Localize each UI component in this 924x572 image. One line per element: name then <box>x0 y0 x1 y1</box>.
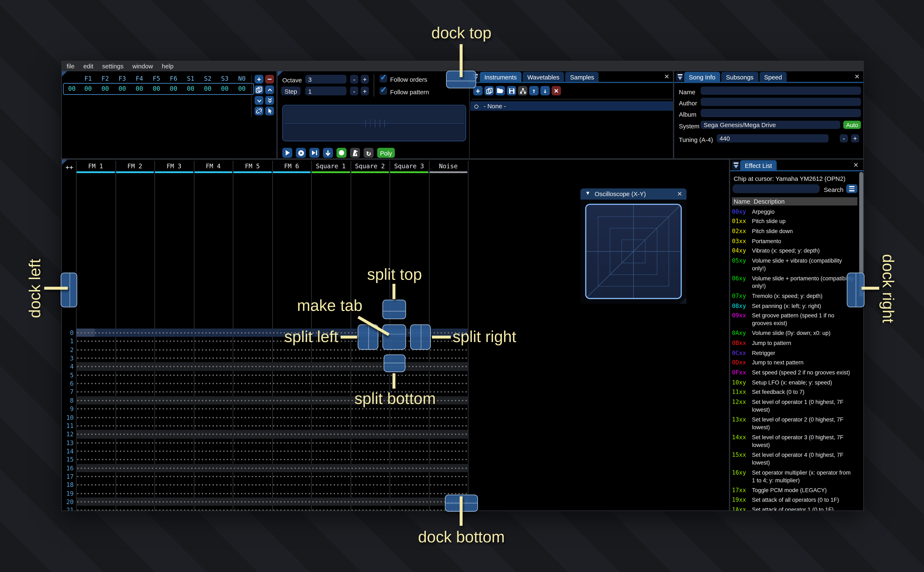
pattern-row[interactable] <box>76 354 468 362</box>
instrument-list-item[interactable]: ○ - None - <box>470 101 673 110</box>
name-input[interactable] <box>701 87 861 95</box>
effect-row[interactable]: 11xxSet feedback (0 to 7) <box>732 387 858 397</box>
octave-minus-button[interactable]: - <box>350 75 358 84</box>
orders-cell[interactable]: 00 <box>199 85 217 92</box>
order-move-down-button[interactable] <box>255 96 263 105</box>
orders-cell[interactable]: 00 <box>182 85 199 92</box>
window-nav-icon[interactable] <box>732 161 740 169</box>
step-plus-button[interactable]: + <box>361 87 369 95</box>
effect-row[interactable]: 16xySet operator multiplier (x: operator… <box>732 468 858 485</box>
system-auto-button[interactable]: Auto <box>843 121 861 129</box>
effect-row[interactable]: 0AxyVolume slide (0y: down; x0: up) <box>732 328 858 338</box>
channel-header-square-1[interactable]: Square 1 <box>311 162 350 175</box>
pattern-row[interactable] <box>76 345 468 354</box>
pattern-row[interactable] <box>76 362 468 371</box>
pattern-row[interactable] <box>76 506 468 511</box>
channel-header-fm-2[interactable]: FM 2 <box>115 162 154 175</box>
orders-cell[interactable]: 00 <box>165 85 182 92</box>
octave-input[interactable]: 3 <box>305 75 346 84</box>
orders-cell[interactable]: 00 <box>217 85 234 92</box>
dock-target-right[interactable] <box>847 273 864 307</box>
tab-speed[interactable]: Speed <box>759 72 787 82</box>
effect-row[interactable]: 09xxSet groove pattern (speed 1 if no gr… <box>732 311 858 328</box>
split-target-right[interactable] <box>410 325 431 350</box>
orders-cell[interactable]: 00 <box>233 85 251 92</box>
dock-target-left[interactable] <box>61 273 77 307</box>
effect-row[interactable]: 0CxxRetrigger <box>732 348 858 358</box>
tab-samples[interactable]: Samples <box>566 72 599 82</box>
channel-header-fm-1[interactable]: FM 1 <box>76 162 115 175</box>
effect-row[interactable]: 0DxxJump to next pattern <box>732 358 858 368</box>
instrument-tree-toggle-button[interactable] <box>518 86 528 95</box>
step-minus-button[interactable]: - <box>350 87 358 95</box>
instrument-move-up-button[interactable]: ↑ <box>529 86 539 95</box>
order-duplicate-end-button[interactable] <box>265 96 274 105</box>
pattern-cursor-cell[interactable] <box>76 329 95 337</box>
instrument-delete-button[interactable]: ✕ <box>552 86 561 95</box>
order-edit-mode-button[interactable] <box>265 107 274 115</box>
orders-cell[interactable]: 00 <box>114 85 131 92</box>
instrument-move-down-button[interactable]: ↓ <box>541 86 550 95</box>
channel-header-fm-6[interactable]: FM 6 <box>272 162 311 175</box>
effect-row[interactable]: 00xyArpeggio <box>732 207 858 217</box>
record-button[interactable] <box>337 148 346 158</box>
effect-row[interactable]: 17xxToggle PCM mode (LEGACY) <box>732 485 858 495</box>
effect-row[interactable]: 12xxSet level of operator 1 (0 highest, … <box>732 397 858 415</box>
repeat-button[interactable]: ↻ <box>364 148 374 158</box>
piano-panel[interactable] <box>282 105 466 141</box>
metronome-button[interactable] <box>350 148 360 158</box>
instrument-open-button[interactable] <box>496 86 505 95</box>
play-button[interactable] <box>282 148 292 158</box>
author-input[interactable] <box>701 98 861 106</box>
resize-grip-icon[interactable] <box>679 297 687 304</box>
effect-row[interactable]: 13xxSet level of operator 2 (0 highest, … <box>732 415 858 432</box>
effect-row[interactable]: 07xyTremolo (x: speed; y: depth) <box>732 291 858 301</box>
instruments-close-icon[interactable]: ✕ <box>664 72 669 81</box>
step-input[interactable]: 1 <box>305 87 346 95</box>
song-info-close-icon[interactable]: ✕ <box>854 72 860 81</box>
channel-header-noise[interactable]: Noise <box>429 162 468 175</box>
tuning-plus-button[interactable]: + <box>851 134 859 142</box>
collapse-icon[interactable]: ▼ <box>585 190 591 196</box>
pattern-row[interactable] <box>76 447 468 455</box>
pattern-row[interactable] <box>76 489 468 497</box>
tab-instruments[interactable]: Instruments <box>480 72 521 82</box>
window-nav-icon[interactable] <box>676 72 684 81</box>
effect-row[interactable]: 19xxSet attack of all operators (0 to 1F… <box>732 495 858 505</box>
menu-item-edit[interactable]: edit <box>83 62 93 69</box>
pattern-row[interactable] <box>76 337 468 345</box>
effect-list-close-icon[interactable]: ✕ <box>853 161 859 169</box>
order-deep-clone-button[interactable] <box>255 107 263 115</box>
pattern-row[interactable] <box>76 481 468 489</box>
effect-row[interactable]: 03xxPortamento <box>732 236 858 246</box>
menu-item-settings[interactable]: settings <box>102 62 123 69</box>
pattern-row[interactable] <box>76 413 468 421</box>
tab-song-info[interactable]: Song Info <box>684 72 720 82</box>
order-remove-button[interactable]: − <box>265 75 274 84</box>
effect-row[interactable]: 14xxSet level of operator 3 (0 highest, … <box>732 432 858 450</box>
pattern-row[interactable] <box>76 464 468 472</box>
pattern-row[interactable] <box>76 430 468 438</box>
tuning-minus-button[interactable]: - <box>840 134 848 142</box>
pattern-row[interactable] <box>76 371 468 379</box>
orders-cell[interactable]: 00 <box>131 85 148 92</box>
order-move-up-button[interactable] <box>265 85 274 94</box>
channel-header-fm-5[interactable]: FM 5 <box>233 162 272 175</box>
tab-effect-list[interactable]: Effect List <box>740 160 776 170</box>
instrument-duplicate-button[interactable] <box>485 86 494 95</box>
follow-orders-checkbox[interactable]: ✓ <box>380 75 387 82</box>
effect-row[interactable]: 10xySetup LFO (x: enable; y: speed) <box>732 378 858 387</box>
channel-header-square-2[interactable]: Square 2 <box>350 162 390 175</box>
pattern-row[interactable] <box>76 438 468 447</box>
album-input[interactable] <box>701 109 861 117</box>
effect-row[interactable]: 02xxPitch slide down <box>732 227 858 236</box>
play-from-cursor-button[interactable] <box>310 148 319 158</box>
effect-row[interactable]: 04xyVibrato (x: speed; y: depth) <box>732 246 858 256</box>
effect-row[interactable]: 06xyVolume slide + portamento (compatibi… <box>732 274 858 291</box>
menu-item-file[interactable]: file <box>67 62 75 69</box>
effect-row[interactable]: 1AxxSet attack of operator 1 (0 to 1F) <box>732 505 858 511</box>
poly-button[interactable]: Poly <box>377 148 395 158</box>
tuning-input[interactable]: 440 <box>717 134 829 142</box>
split-target-top[interactable] <box>382 300 406 319</box>
effect-list-menu-button[interactable] <box>846 184 857 193</box>
